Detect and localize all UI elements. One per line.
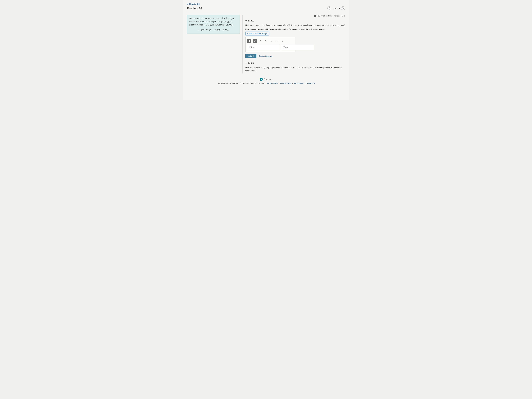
special-chars-button[interactable]: μÅ — [253, 39, 257, 43]
problem-nav: ❮ 10 of 19 ❯ — [327, 6, 345, 10]
book-icon — [314, 15, 316, 17]
problem-row: Problem 10 ❮ 10 of 19 ❯ — [187, 6, 345, 10]
copyright-line: Copyright © 2019 Pearson Education Inc. … — [187, 82, 345, 84]
svg-rect-7 — [278, 41, 278, 41]
triangle-right-icon — [247, 33, 248, 34]
svg-rect-0 — [248, 40, 249, 41]
contact-link[interactable]: Contact Us — [306, 82, 315, 84]
prompt-text: Under certain circumstances, carbon diox… — [189, 17, 237, 27]
qA-post: of carbon dioxide gas react with excess … — [297, 24, 345, 26]
constants-link[interactable]: Constants — [324, 15, 332, 17]
help-button[interactable]: ? — [280, 39, 285, 43]
part-a-header[interactable]: Part A — [245, 20, 345, 22]
svg-rect-8 — [276, 41, 278, 41]
part-b-question: How many moles of hydrogen gas would be … — [245, 66, 345, 72]
problem-prompt: Under certain circumstances, carbon diox… — [187, 15, 240, 34]
copyright-text: Copyright © 2019 Pearson Education Inc. … — [217, 82, 267, 84]
top-bar: ❮Chapter 06 Problem 10 ❮ 10 of 19 ❯ — [187, 3, 345, 12]
svg-rect-3 — [276, 40, 278, 42]
fraction-tool-button[interactable] — [247, 39, 251, 43]
svg-rect-5 — [277, 41, 277, 41]
terms-link[interactable]: Terms of Use — [267, 82, 278, 84]
caret-down-icon — [245, 20, 247, 21]
qB-unit: moles — [335, 67, 340, 69]
review-link[interactable]: Review — [317, 15, 323, 17]
svg-rect-6 — [277, 41, 277, 41]
right-column: Review | Constants | Periodic Table Part… — [242, 15, 345, 73]
privacy-link[interactable]: Privacy Policy — [280, 82, 291, 84]
undo-button[interactable]: ↶ — [258, 39, 262, 43]
units-input[interactable] — [281, 45, 314, 50]
periodic-table-link[interactable]: Periodic Table — [334, 15, 345, 17]
prev-problem-button[interactable]: ❮ — [327, 6, 331, 10]
part-b-label: Part B — [248, 62, 254, 64]
chapter-label: Chapter 06 — [189, 3, 200, 5]
qA-pre: How many moles of methane are produced w… — [245, 24, 292, 26]
chemical-equation: CO2(g) + 4H2(g)→CH4(g) + 2H2O(g) — [189, 28, 237, 32]
reference-links: Review | Constants | Periodic Table — [245, 15, 345, 17]
hints-label: View Available Hint(s) — [249, 32, 267, 35]
next-problem-button[interactable]: ❯ — [341, 6, 345, 10]
inst-mono: mol — [321, 28, 325, 30]
permissions-link[interactable]: Permissions — [294, 82, 304, 84]
page-container: ❮Chapter 06 Problem 10 ❮ 10 of 19 ❯ Unde… — [183, 0, 349, 100]
problem-title: Problem 10 — [187, 7, 202, 10]
svg-rect-1 — [249, 40, 250, 41]
value-input[interactable] — [247, 45, 280, 50]
special-label: μÅ — [254, 40, 256, 42]
problem-position: 10 of 19 — [333, 7, 340, 9]
part-a-instruction: Express your answer with the appropriate… — [245, 28, 345, 30]
svg-rect-4 — [276, 41, 276, 41]
reset-button[interactable]: ↻ — [269, 39, 273, 43]
chapter-back-link[interactable]: ❮Chapter 06 — [187, 3, 345, 5]
part-a-question: How many moles of methane are produced w… — [245, 24, 345, 27]
answer-box: μÅ ↶ ↷ ↻ ? — [245, 37, 295, 52]
redo-button[interactable]: ↷ — [264, 39, 268, 43]
qA-unit: moles — [292, 24, 297, 26]
chevron-left-icon: ❮ — [187, 3, 189, 5]
keyboard-button[interactable] — [275, 39, 279, 43]
left-column: Under certain circumstances, carbon diox… — [187, 15, 240, 73]
submit-button[interactable]: Submit — [245, 54, 256, 58]
submit-row: Submit Request Answer — [245, 54, 345, 58]
qB-pre: How many moles of hydrogen gas would be … — [245, 66, 335, 69]
inst-text: Express your answer with the appropriate… — [245, 28, 321, 30]
part-b-header[interactable]: Part B — [245, 62, 345, 64]
answer-toolbar: μÅ ↶ ↷ ↻ ? — [247, 39, 293, 43]
content-row: Under certain circumstances, carbon diox… — [187, 15, 345, 73]
request-answer-link[interactable]: Request Answer — [259, 55, 273, 57]
caret-down-icon — [245, 63, 247, 63]
view-hints-button[interactable]: View Available Hint(s) — [245, 32, 269, 35]
pearson-logo-icon: P — [260, 78, 263, 81]
input-row — [247, 45, 293, 50]
part-b-section: Part B How many moles of hydrogen gas wo… — [245, 62, 345, 72]
footer-brand: PPearson — [187, 78, 345, 81]
brand-text: Pearson — [263, 78, 272, 81]
part-a-label: Part A — [248, 20, 254, 22]
svg-rect-2 — [249, 41, 250, 42]
